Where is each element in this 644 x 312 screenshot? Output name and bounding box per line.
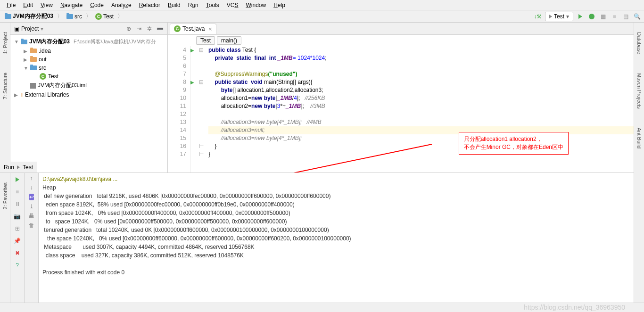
pin-button[interactable]: 📌 bbox=[13, 236, 22, 246]
tree-iml[interactable]: JVM内存分配03.iml bbox=[10, 81, 167, 90]
search-button[interactable]: 🔍 bbox=[633, 12, 641, 21]
gutter-marks: ▶ ▶ bbox=[190, 46, 198, 172]
editor-area: C Test.java × Test main() 45678910111213… bbox=[168, 23, 644, 172]
run-panel: 2: Favorites ■ ⏸ 📷 ⊞ 📌 ✖ ? ↑ ↓ ↩ ⤓ 🖶 🗑 D… bbox=[0, 172, 644, 303]
debug-button[interactable] bbox=[587, 12, 596, 21]
code-content[interactable]: public class Test { private static final… bbox=[205, 46, 644, 172]
rail-favorites-tab[interactable]: 2: Favorites bbox=[2, 182, 8, 209]
menu-help[interactable]: Help bbox=[270, 1, 289, 9]
menu-run[interactable]: Run bbox=[184, 1, 202, 9]
menu-code[interactable]: Code bbox=[86, 1, 107, 9]
left-tool-rail: 1: Project 7: Structure bbox=[0, 23, 10, 172]
rerun-button[interactable] bbox=[13, 175, 22, 184]
editor-breadcrumb: Test main() bbox=[168, 35, 644, 46]
print-button[interactable]: 🖶 bbox=[29, 213, 34, 219]
navigation-bar: JVM内存分配03 〉 src 〉 CTest 〉 ↓⚒ Test ▾ ▦ ■ … bbox=[0, 10, 644, 23]
tree-test[interactable]: CTest bbox=[10, 72, 167, 81]
rail-project-tab[interactable]: 1: Project bbox=[2, 32, 8, 54]
run-toolbar-1: ■ ⏸ 📷 ⊞ 📌 ✖ ? bbox=[10, 173, 25, 303]
run-config-select[interactable]: Test ▾ bbox=[545, 12, 573, 21]
scroll-button[interactable]: ⤓ bbox=[29, 203, 34, 210]
menu-edit[interactable]: Edit bbox=[19, 1, 37, 9]
scroll-from-source-icon[interactable]: ⊕ bbox=[125, 25, 132, 33]
editor-tab-test[interactable]: C Test.java × bbox=[170, 24, 216, 34]
close-button[interactable]: ✖ bbox=[13, 248, 22, 258]
project-panel: ▣Project ▾ ⊕ ⇥ ✲ ➖ ▼JVM内存分配03F:\csdn博客\J… bbox=[10, 23, 168, 172]
layout-button[interactable]: ⊞ bbox=[13, 224, 22, 233]
project-tree: ▼JVM内存分配03F:\csdn博客\Java虚拟机\JVM内存分 ▶.ide… bbox=[10, 35, 167, 101]
play-icon bbox=[549, 15, 552, 18]
wrap-button[interactable]: ↩ bbox=[29, 194, 34, 200]
menu-analyze[interactable]: Analyze bbox=[107, 1, 135, 9]
folder-icon bbox=[5, 14, 11, 19]
run-gutter-icon[interactable]: ▶ bbox=[190, 46, 198, 54]
run-tab-label[interactable]: Run bbox=[4, 164, 14, 171]
run-panel-header: Run Test bbox=[0, 162, 37, 172]
tree-ext-lib[interactable]: ▶⫴External Libraries bbox=[10, 90, 167, 99]
hide-icon[interactable]: ➖ bbox=[156, 25, 164, 33]
pause-button[interactable]: ⏸ bbox=[13, 199, 22, 209]
tree-src[interactable]: ▼src bbox=[10, 64, 167, 72]
fold-column[interactable]: ⊟ ⊟ ⊢⊢ bbox=[198, 46, 205, 172]
folder-icon bbox=[21, 40, 27, 44]
gear-icon[interactable]: ✲ bbox=[146, 25, 153, 33]
coverage-button[interactable]: ▦ bbox=[599, 12, 607, 21]
library-icon: ⫴ bbox=[21, 91, 23, 98]
bc-class[interactable]: Test bbox=[196, 36, 215, 45]
clear-button[interactable]: 🗑 bbox=[29, 222, 34, 229]
tree-out[interactable]: ▶out bbox=[10, 55, 167, 64]
down-button[interactable]: ↓ bbox=[30, 184, 33, 191]
chevron-down-icon[interactable]: ▾ bbox=[41, 25, 43, 32]
line-number-gutter: 4567891011121314151617 bbox=[168, 46, 190, 172]
class-icon: C bbox=[40, 73, 46, 80]
editor-tabs: C Test.java × bbox=[168, 23, 644, 35]
watermark: https://blog.csdn.net/qq_36963950 bbox=[524, 304, 625, 311]
menu-file[interactable]: File bbox=[3, 1, 19, 9]
project-panel-title: Project bbox=[21, 25, 39, 32]
rail-database-tab[interactable]: Database bbox=[636, 32, 642, 54]
menu-navigate[interactable]: Navigate bbox=[57, 1, 86, 9]
camera-button[interactable]: 📷 bbox=[13, 212, 22, 221]
play-icon bbox=[17, 165, 20, 169]
left-tool-rail-bottom: 2: Favorites bbox=[0, 173, 10, 303]
layout-button[interactable]: ▤ bbox=[621, 12, 630, 21]
run-config-label: Test bbox=[23, 164, 33, 171]
menu-view[interactable]: View bbox=[37, 1, 57, 9]
breadcrumb-project[interactable]: JVM内存分配03 bbox=[3, 12, 55, 21]
up-button[interactable]: ↑ bbox=[30, 175, 33, 181]
folder-icon bbox=[30, 57, 37, 62]
rail-ant-tab[interactable]: Ant Build bbox=[636, 128, 642, 148]
bc-method[interactable]: main() bbox=[217, 36, 241, 45]
console-output[interactable]: D:\java2\javajdk8.0\bin\java ... Heap de… bbox=[39, 173, 644, 303]
collapse-icon[interactable]: ⇥ bbox=[135, 25, 143, 33]
chevron-down-icon: ▾ bbox=[566, 13, 569, 20]
stop-button[interactable]: ■ bbox=[610, 12, 619, 21]
tree-idea[interactable]: ▶.idea bbox=[10, 47, 167, 55]
code-editor[interactable]: 4567891011121314151617 ▶ ▶ ⊟ ⊟ ⊢⊢ public… bbox=[168, 46, 644, 172]
chevron-icon: 〉 bbox=[117, 12, 123, 20]
menu-tools[interactable]: Tools bbox=[202, 1, 223, 9]
menu-build[interactable]: Build bbox=[164, 1, 184, 9]
right-tool-rail: Database Maven Projects Ant Build bbox=[634, 23, 644, 303]
menu-refactor[interactable]: Refactor bbox=[135, 1, 164, 9]
stop-button[interactable]: ■ bbox=[13, 187, 22, 197]
rail-structure-tab[interactable]: 7: Structure bbox=[2, 73, 8, 99]
run-button[interactable] bbox=[576, 12, 585, 21]
project-panel-header: ▣Project ▾ ⊕ ⇥ ✲ ➖ bbox=[10, 23, 167, 35]
close-icon[interactable]: × bbox=[208, 25, 212, 33]
breadcrumb-file[interactable]: CTest bbox=[93, 13, 116, 20]
tree-root[interactable]: ▼JVM内存分配03F:\csdn博客\Java虚拟机\JVM内存分 bbox=[10, 37, 167, 47]
menu-window[interactable]: Window bbox=[242, 1, 270, 9]
build-icon[interactable]: ↓⚒ bbox=[534, 12, 542, 21]
breadcrumb-src[interactable]: src bbox=[65, 13, 84, 20]
menu-vcs[interactable]: VCS bbox=[223, 1, 242, 9]
breadcrumb: JVM内存分配03 〉 src 〉 CTest 〉 bbox=[3, 12, 123, 21]
annotation-callout: 只分配allocation1 allocation2， 不会产生Minor GC… bbox=[459, 132, 569, 155]
class-icon: C bbox=[95, 13, 102, 20]
chevron-icon: 〉 bbox=[86, 12, 91, 20]
rail-maven-tab[interactable]: Maven Projects bbox=[636, 73, 642, 109]
folder-icon bbox=[30, 49, 37, 53]
run-gutter-icon[interactable]: ▶ bbox=[190, 78, 198, 86]
help-button[interactable]: ? bbox=[13, 261, 22, 270]
chevron-icon: 〉 bbox=[57, 12, 63, 20]
